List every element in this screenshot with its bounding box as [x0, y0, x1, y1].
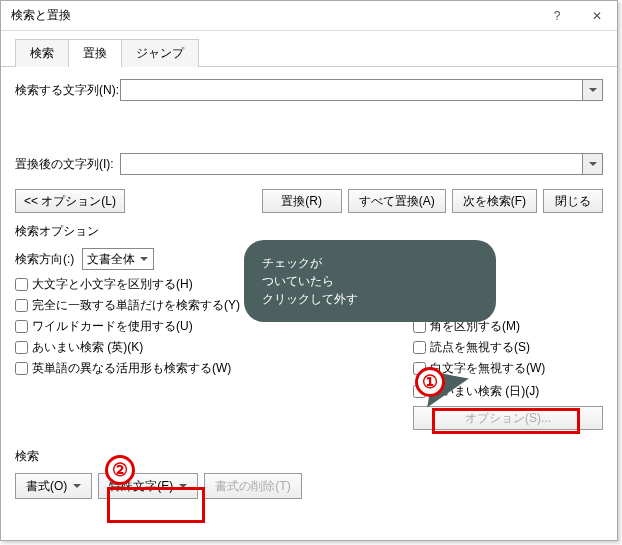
find-next-button[interactable]: 次を検索(F)	[452, 189, 537, 213]
close-button[interactable]: 閉じる	[543, 189, 603, 213]
dialog-title: 検索と置換	[11, 7, 537, 24]
replace-button[interactable]: 置換(R)	[262, 189, 342, 213]
format-button[interactable]: 書式(O)	[15, 473, 92, 499]
checkbox-whole-word-label: 完全に一致する単語だけを検索する(Y)	[32, 297, 240, 314]
options-toggle-button[interactable]: << オプション(L)	[15, 189, 125, 213]
search-options-label: 検索オプション	[15, 223, 603, 240]
annotation-badge-2: ②	[105, 455, 135, 485]
replace-with-dropdown[interactable]	[583, 153, 603, 175]
checkbox-fuzzy-en[interactable]	[15, 341, 28, 354]
find-what-input[interactable]	[120, 79, 583, 101]
tab-jump[interactable]: ジャンプ	[121, 39, 199, 67]
checkbox-wildcard-label: ワイルドカードを使用する(U)	[32, 318, 193, 335]
replace-all-button[interactable]: すべて置換(A)	[348, 189, 446, 213]
checkbox-case-label: 大文字と小文字を区別する(H)	[32, 276, 193, 293]
find-what-dropdown[interactable]	[583, 79, 603, 101]
checkbox-fuzzy-en-label: あいまい検索 (英)(K)	[32, 339, 143, 356]
annotation-badge-1: ①	[415, 367, 445, 397]
find-what-label: 検索する文字列(N):	[15, 82, 120, 99]
direction-label: 検索方向(:)	[15, 251, 74, 268]
close-window-button[interactable]: ✕	[577, 1, 617, 31]
checkbox-case[interactable]	[15, 278, 28, 291]
search-section-label: 検索	[15, 448, 603, 465]
tab-replace[interactable]: 置換	[68, 39, 122, 67]
help-button[interactable]: ?	[537, 1, 577, 31]
checkbox-wildcard[interactable]	[15, 320, 28, 333]
replace-with-label: 置換後の文字列(I):	[15, 156, 120, 173]
checkbox-whole-word[interactable]	[15, 299, 28, 312]
annotation-highlight-2	[107, 487, 205, 523]
annotation-callout: チェックが ついていたら クリックして外す	[244, 240, 496, 322]
replace-with-input[interactable]	[120, 153, 583, 175]
checkbox-r3-label: 読点を無視する(S)	[430, 339, 530, 356]
direction-select[interactable]: 文書全体	[82, 248, 154, 270]
checkbox-word-forms-label: 英単語の異なる活用形も検索する(W)	[32, 360, 231, 377]
checkbox-word-forms[interactable]	[15, 362, 28, 375]
tab-search[interactable]: 検索	[15, 39, 69, 67]
checkbox-r3[interactable]	[413, 341, 426, 354]
clear-format-button: 書式の削除(T)	[204, 473, 301, 499]
chevron-down-icon	[73, 484, 81, 492]
